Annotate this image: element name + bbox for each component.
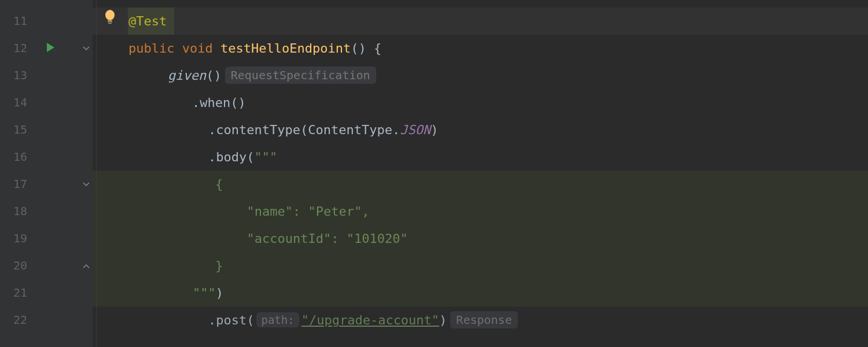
line-number[interactable]: 11 xyxy=(0,8,32,35)
code-line[interactable]: .when() xyxy=(93,89,868,116)
code-text: ) xyxy=(431,123,438,137)
code-line[interactable]: "name": "Peter", xyxy=(93,198,868,225)
string-url-token: "/upgrade-account" xyxy=(301,313,439,327)
svg-point-1 xyxy=(105,10,115,20)
code-line[interactable]: "accountId": "101020" xyxy=(93,225,868,252)
static-call-token: given xyxy=(168,68,206,83)
svg-rect-2 xyxy=(108,20,112,22)
string-token: } xyxy=(215,259,223,273)
code-text: () { xyxy=(351,41,381,56)
svg-marker-0 xyxy=(47,43,54,52)
line-number[interactable]: 19 xyxy=(0,225,32,252)
string-token: { xyxy=(215,177,223,191)
line-number[interactable]: 17 xyxy=(0,171,32,198)
code-line[interactable]: """) xyxy=(93,279,868,307)
fold-expand-icon[interactable] xyxy=(82,262,90,270)
code-text: .post( xyxy=(208,313,254,327)
line-numbers: 11 12 13 14 15 16 17 18 19 20 21 22 xyxy=(0,0,32,334)
line-number[interactable]: 12 xyxy=(0,35,32,62)
code-editor: 11 12 13 14 15 16 17 18 19 20 21 22 xyxy=(0,0,868,347)
svg-rect-3 xyxy=(108,23,112,24)
line-number[interactable]: 22 xyxy=(0,307,32,334)
code-line[interactable]: .body(""" xyxy=(93,143,868,171)
constant-token: JSON xyxy=(400,123,431,137)
line-number[interactable]: 21 xyxy=(0,279,32,307)
annotation-token: @Test xyxy=(128,14,167,28)
code-text: ) xyxy=(439,313,447,327)
code-text: ) xyxy=(216,286,223,300)
line-number[interactable]: 18 xyxy=(0,198,32,225)
fold-collapse-icon[interactable] xyxy=(82,45,90,53)
line-number[interactable]: 15 xyxy=(0,116,32,143)
string-token: "name": "Peter", xyxy=(231,204,369,219)
lightbulb-icon[interactable] xyxy=(104,10,116,28)
line-number[interactable]: 20 xyxy=(0,252,32,279)
code-line[interactable]: .post(path:"/upgrade-account")Response xyxy=(93,307,868,334)
string-token: """ xyxy=(254,150,277,164)
line-number[interactable]: 14 xyxy=(0,89,32,116)
inlay-type-hint: RequestSpecification xyxy=(225,67,376,84)
gutter: 11 12 13 14 15 16 17 18 19 20 21 22 xyxy=(0,0,93,347)
code-text: .body( xyxy=(208,150,254,164)
code-line[interactable]: .contentType(ContentType.JSON) xyxy=(93,116,868,143)
keyword-token: public xyxy=(128,41,174,56)
code-line[interactable]: public void testHelloEndpoint() { xyxy=(93,35,868,62)
line-number[interactable]: 16 xyxy=(0,143,32,171)
method-name-token: testHelloEndpoint xyxy=(220,41,351,56)
code-text: .contentType(ContentType. xyxy=(208,123,400,137)
code-text: .when() xyxy=(192,95,246,110)
indent-guide xyxy=(96,0,97,347)
code-line[interactable]: } xyxy=(93,252,868,279)
gutter-icons xyxy=(35,0,93,334)
inlay-param-hint: path: xyxy=(256,312,299,327)
string-token: "accountId": "101020" xyxy=(231,231,408,246)
inlay-type-hint: Response xyxy=(450,311,517,328)
code-area[interactable]: @Test public void testHelloEndpoint() { … xyxy=(93,0,868,347)
code-text: () xyxy=(206,68,222,83)
run-test-icon[interactable] xyxy=(45,41,56,56)
line-number[interactable]: 13 xyxy=(0,62,32,89)
code-line[interactable]: { xyxy=(93,171,868,198)
keyword-token: void xyxy=(182,41,213,56)
fold-collapse-icon[interactable] xyxy=(82,180,90,189)
string-token: """ xyxy=(193,286,216,300)
code-line[interactable]: @Test xyxy=(93,8,868,35)
code-line[interactable]: given()RequestSpecification xyxy=(93,62,868,89)
